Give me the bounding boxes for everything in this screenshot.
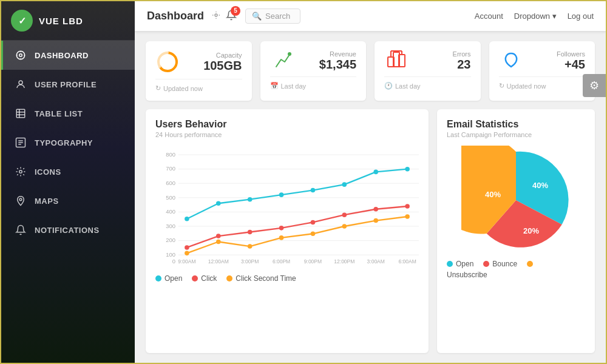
users-behavior-subtitle: 24 Hours performance xyxy=(155,131,419,138)
sidebar-item-dashboard[interactable]: DASHBOARD xyxy=(1,41,135,70)
svg-point-60 xyxy=(311,220,316,225)
sidebar-logo: ✓ VUE LBD xyxy=(1,1,135,41)
sidebar-item-maps[interactable]: MAPS xyxy=(1,186,135,215)
unsubscribe-label: Unsubscribe xyxy=(447,271,585,279)
account-link[interactable]: Account xyxy=(475,12,503,21)
svg-point-59 xyxy=(279,226,284,231)
svg-text:700: 700 xyxy=(166,166,175,172)
stat-value-capacity: 105GB xyxy=(203,59,242,73)
legend-pie-bounce: Bounce xyxy=(483,260,517,268)
svg-point-53 xyxy=(342,182,347,187)
sidebar-item-typography[interactable]: TYPOGRAPHY xyxy=(1,128,135,157)
users-behavior-title: Users Behavior xyxy=(155,119,419,130)
svg-point-2 xyxy=(19,81,22,84)
svg-point-71 xyxy=(405,214,410,219)
legend-label-click2: Click Second Time xyxy=(236,274,296,283)
charts-row: Users Behavior 24 Hours performance xyxy=(146,109,595,353)
svg-point-65 xyxy=(216,240,221,244)
svg-point-63 xyxy=(405,204,410,209)
capacity-icon xyxy=(155,50,180,74)
svg-point-51 xyxy=(279,192,284,197)
line-chart-legend: Open Click Click Second Time xyxy=(155,274,419,283)
svg-text:200: 200 xyxy=(166,237,175,243)
svg-point-55 xyxy=(405,167,410,172)
dashboard-topbar-icon xyxy=(211,10,221,22)
typography-icon xyxy=(14,136,27,149)
legend-label-open: Open xyxy=(164,274,182,283)
sidebar-item-user-profile[interactable]: USER PROFILE xyxy=(1,70,135,99)
pie-chart-wrap: 40% 20% 40% xyxy=(447,146,585,255)
sidebar-item-notifications[interactable]: NOTIFICATIONS xyxy=(1,215,135,244)
legend-label-click: Click xyxy=(201,274,217,283)
notification-button[interactable]: 5 xyxy=(226,10,237,23)
svg-text:600: 600 xyxy=(166,180,175,186)
stat-label-errors: Errors xyxy=(453,50,471,58)
svg-point-67 xyxy=(279,235,284,240)
legend-dot-open xyxy=(155,275,161,281)
svg-point-48 xyxy=(185,217,189,221)
stat-value-errors: 23 xyxy=(457,58,470,72)
sidebar-item-label-user-profile: USER PROFILE xyxy=(35,80,97,89)
legend-label-pie-open: Open xyxy=(456,260,473,268)
legend-pie-unsubscribe xyxy=(527,260,533,268)
stat-value-revenue: $1,345 xyxy=(319,58,356,72)
notification-badge: 5 xyxy=(231,6,240,16)
dropdown-link[interactable]: Dropdown ▾ xyxy=(514,12,557,21)
stats-row: Capacity 105GB ↻ Updated now xyxy=(146,41,595,101)
svg-point-11 xyxy=(19,170,22,174)
line-chart: 800 700 600 500 400 300 200 100 0 9:00AM… xyxy=(155,146,419,269)
sidebar-item-table-list[interactable]: TABLE LIST xyxy=(1,99,135,128)
settings-fab[interactable]: ⚙ xyxy=(583,74,606,97)
svg-point-69 xyxy=(342,224,347,229)
search-box[interactable]: 🔍 Search xyxy=(245,8,300,24)
clock-icon: 🕐 xyxy=(384,82,393,90)
pie-chart-legend: Open Bounce xyxy=(447,260,585,268)
stat-card-revenue: Revenue $1,345 📅 Last day xyxy=(260,41,367,101)
logo-text: VUE LBD xyxy=(39,16,83,26)
legend-pie-open: Open xyxy=(447,260,473,268)
svg-point-16 xyxy=(288,52,291,56)
svg-point-66 xyxy=(248,244,253,249)
svg-text:3:00AM: 3:00AM xyxy=(367,258,385,265)
dashboard-icon xyxy=(14,49,27,62)
legend-click: Click xyxy=(192,274,217,283)
svg-point-64 xyxy=(185,251,189,256)
legend-dot-click2 xyxy=(226,275,232,281)
svg-point-62 xyxy=(373,207,378,212)
email-statistics-subtitle: Last Campaign Performance xyxy=(447,131,585,138)
sidebar-item-label-icons: ICONS xyxy=(35,167,61,177)
stat-footer-revenue: Last day xyxy=(281,83,307,90)
email-statistics-chart: Email Statistics Last Campaign Performan… xyxy=(437,109,595,353)
svg-point-52 xyxy=(311,188,316,193)
stat-card-errors: Errors 23 🕐 Last day xyxy=(375,41,481,101)
svg-text:12:00PM: 12:00PM xyxy=(334,258,354,265)
revenue-icon xyxy=(270,50,294,72)
svg-text:500: 500 xyxy=(166,194,175,201)
content-area: Capacity 105GB ↻ Updated now xyxy=(135,32,606,363)
sidebar-item-icons[interactable]: ICONS xyxy=(1,157,135,186)
stat-footer-capacity: Updated now xyxy=(163,85,203,92)
table-list-icon xyxy=(14,107,27,120)
logout-link[interactable]: Log out xyxy=(568,12,594,21)
svg-text:12:00AM: 12:00AM xyxy=(208,258,229,265)
legend-click2: Click Second Time xyxy=(226,274,296,283)
svg-text:9:00PM: 9:00PM xyxy=(304,258,322,265)
svg-text:6:00PM: 6:00PM xyxy=(273,258,290,265)
notifications-icon xyxy=(14,223,27,237)
maps-icon xyxy=(14,194,27,207)
search-label: Search xyxy=(265,12,290,21)
sidebar: ✓ VUE LBD DASHBOARD USER PROFILE TABLE L… xyxy=(1,1,135,364)
legend-dot-pie-unsubscribe xyxy=(527,261,533,267)
stat-footer-followers: Updated now xyxy=(507,83,546,90)
main-content: ⚙ Dashboard 5 🔍 Search Account Dropdown … xyxy=(135,1,606,363)
svg-point-49 xyxy=(216,201,221,206)
sidebar-item-label-maps: MAPS xyxy=(35,197,59,206)
svg-text:300: 300 xyxy=(166,223,175,229)
svg-text:100: 100 xyxy=(166,251,175,258)
calendar-icon: 📅 xyxy=(270,82,279,90)
followers-icon xyxy=(499,50,523,72)
svg-point-54 xyxy=(373,170,378,175)
stat-label-followers: Followers xyxy=(557,50,585,58)
stat-value-followers: +45 xyxy=(565,58,585,72)
legend-dot-pie-open xyxy=(447,261,453,267)
